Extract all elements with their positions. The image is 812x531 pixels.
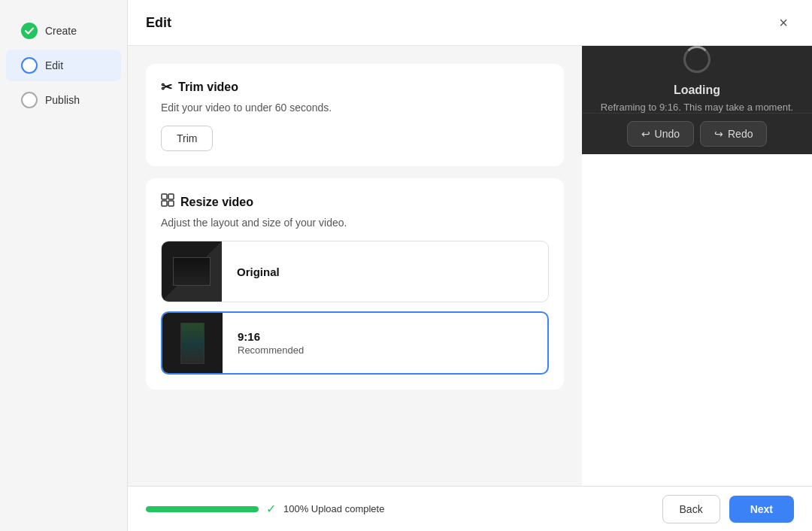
svg-rect-0: [162, 194, 167, 199]
trim-card: ✂ Trim video Edit your video to under 60…: [146, 64, 564, 166]
original-label: Original: [237, 266, 280, 278]
loading-text: Loading: [674, 83, 720, 97]
loading-sub-text: Reframing to 9:16. This may take a momen…: [601, 102, 793, 113]
916-recommended: Recommended: [238, 344, 304, 356]
undo-icon: ↩: [641, 128, 650, 140]
progress-section: ✓ 100% Upload complete: [146, 502, 384, 516]
thumb-916-inner: [180, 323, 205, 364]
undo-label: Undo: [655, 128, 680, 140]
main-body: ✂ Trim video Edit your video to under 60…: [128, 46, 812, 486]
publish-step-icon: [21, 92, 38, 108]
undo-button[interactable]: ↩ Undo: [627, 121, 694, 147]
sidebar-item-publish-label: Publish: [45, 94, 80, 106]
resize-title-text: Resize video: [180, 196, 253, 209]
redo-button[interactable]: ↪ Redo: [700, 121, 767, 147]
main-area: Edit × ✂ Trim video Edit your video to u…: [128, 0, 812, 531]
close-button[interactable]: ×: [773, 12, 794, 33]
resize-card: Resize video Adjust the layout and size …: [146, 178, 564, 390]
main-header: Edit ×: [128, 0, 812, 46]
svg-rect-3: [168, 201, 174, 206]
trim-title-text: Trim video: [178, 80, 238, 94]
progress-text: 100% Upload complete: [283, 503, 384, 514]
916-label: 9:16: [238, 330, 304, 343]
back-button[interactable]: Back: [662, 495, 720, 523]
thumb-916-visual: [162, 313, 223, 373]
trim-card-title: ✂ Trim video: [161, 79, 549, 96]
bottom-actions: Back Next: [662, 495, 794, 523]
page-title: Edit: [146, 15, 171, 31]
svg-rect-1: [168, 194, 174, 199]
progress-bar-fill: [146, 506, 259, 512]
trim-description: Edit your video to under 60 seconds.: [161, 102, 549, 114]
sidebar-item-publish[interactable]: Publish: [6, 84, 121, 116]
916-thumb: [162, 313, 223, 373]
right-column: Loading Reframing to 9:16. This may take…: [582, 46, 812, 486]
916-info: 9:16 Recommended: [223, 318, 319, 368]
next-button[interactable]: Next: [729, 496, 794, 523]
svg-rect-2: [162, 201, 167, 206]
redo-icon: ↪: [714, 128, 723, 140]
redo-label: Redo: [728, 128, 753, 140]
edit-step-icon: [21, 57, 38, 74]
sidebar: Create Edit Publish: [0, 0, 128, 531]
sidebar-item-create[interactable]: Create: [6, 15, 121, 47]
resize-icon: [161, 193, 174, 211]
thumb-original-inner: [173, 257, 211, 286]
original-info: Original: [222, 253, 295, 290]
create-step-icon: [21, 23, 38, 39]
progress-bar-background: [146, 506, 259, 512]
loading-spinner: [683, 46, 710, 73]
resize-option-original[interactable]: Original: [161, 241, 549, 302]
bottom-bar: ✓ 100% Upload complete Back Next: [128, 486, 812, 531]
original-thumb: [162, 241, 222, 302]
sidebar-item-edit-label: Edit: [45, 59, 63, 71]
resize-description: Adjust the layout and size of your video…: [161, 217, 549, 229]
resize-option-916[interactable]: 9:16 Recommended: [161, 311, 549, 375]
resize-card-title: Resize video: [161, 193, 549, 211]
progress-check-icon: ✓: [266, 502, 276, 516]
resize-options: Original 9:16 Recommended: [161, 241, 549, 375]
undo-redo-bar: ↩ Undo ↪ Redo: [582, 113, 812, 154]
sidebar-item-edit[interactable]: Edit: [6, 50, 121, 81]
trim-icon: ✂: [161, 79, 172, 96]
sidebar-item-create-label: Create: [45, 25, 77, 37]
trim-button[interactable]: Trim: [161, 126, 213, 151]
preview-panel: Loading Reframing to 9:16. This may take…: [582, 46, 812, 113]
edit-panel: ✂ Trim video Edit your video to under 60…: [128, 46, 582, 486]
thumb-original-visual: [162, 241, 222, 302]
